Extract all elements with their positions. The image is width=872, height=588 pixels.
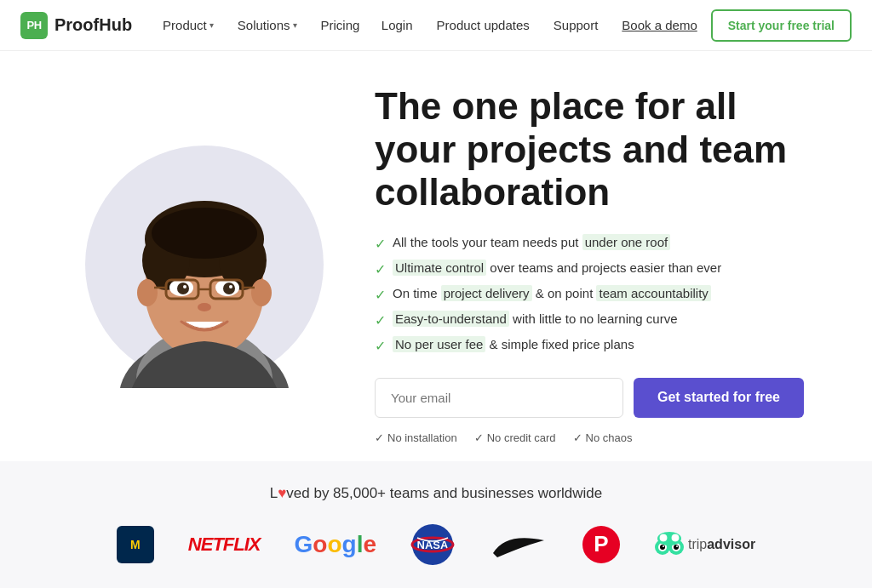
logo-google: Google — [295, 531, 376, 558]
email-input[interactable] — [375, 378, 623, 418]
check-icon: ✓ — [375, 236, 386, 252]
nav-item-product[interactable]: Product ▾ — [152, 11, 224, 39]
feature-list: ✓ All the tools your team needs put unde… — [375, 235, 804, 354]
nike-swoosh-svg — [489, 528, 548, 562]
social-proof-section: L♥ved by 85,000+ teams and businesses wo… — [0, 461, 872, 588]
check-icon: ✓ — [573, 431, 582, 444]
start-trial-button[interactable]: Start your free trial — [711, 9, 852, 42]
no-cc-row: ✓ No installation ✓ No credit card ✓ No … — [375, 431, 804, 444]
no-credit-card-label: ✓ No credit card — [474, 431, 556, 444]
check-icon: ✓ — [375, 312, 386, 328]
loved-text: L♥ved by 85,000+ teams and businesses wo… — [34, 485, 838, 502]
hero-avatar — [81, 141, 328, 388]
logo-tripadvisor: tripadvisor — [654, 532, 755, 557]
heart-icon: ♥ — [278, 485, 286, 501]
hero-image-area — [68, 141, 341, 388]
chevron-down-icon: ▾ — [209, 20, 214, 30]
proofhub-logo-text: ProofHub — [54, 15, 132, 35]
svg-point-31 — [674, 545, 679, 550]
svg-point-16 — [229, 285, 232, 288]
hero-content: The one place for all your projects and … — [341, 85, 804, 444]
no-installation-label: ✓ No installation — [375, 431, 457, 444]
navbar: PH ProofHub Product ▾ Solutions ▾ Pricin… — [0, 0, 872, 51]
hero-title: The one place for all your projects and … — [375, 85, 804, 214]
nav-item-pricing[interactable]: Pricing — [311, 11, 370, 39]
nasa-svg: NASA — [410, 522, 455, 567]
hero-section: The one place for all your projects and … — [0, 51, 872, 461]
logo-netflix: NETFLIX — [188, 534, 261, 556]
email-form-row: Get started for free — [375, 378, 804, 418]
svg-point-35 — [659, 534, 668, 542]
check-icon: ✓ — [474, 431, 484, 444]
nav-login-link[interactable]: Login — [371, 11, 423, 39]
nav-right: Login Product updates Support Book a dem… — [371, 9, 852, 42]
logo-nasa: NASA — [410, 522, 455, 567]
svg-point-32 — [663, 545, 664, 547]
svg-point-9 — [137, 279, 158, 306]
check-icon: ✓ — [375, 287, 386, 303]
tripadvisor-owl-icon — [654, 532, 685, 557]
list-item: ✓ No per user fee & simple fixed price p… — [375, 337, 804, 354]
logo-pinterest: P — [582, 526, 620, 563]
logos-row: M NETFLIX Google NASA — [34, 522, 838, 567]
svg-point-14 — [223, 283, 235, 294]
check-icon: ✓ — [375, 338, 386, 354]
svg-point-13 — [177, 283, 189, 294]
logo-nike — [489, 528, 548, 562]
svg-point-22 — [198, 303, 211, 311]
nav-book-demo-link[interactable]: Book a demo — [611, 11, 707, 39]
svg-point-36 — [671, 534, 680, 542]
nav-product-updates-link[interactable]: Product updates — [427, 11, 540, 39]
list-item: ✓ On time project delivery & on point te… — [375, 286, 804, 303]
svg-point-8 — [152, 208, 257, 259]
svg-point-10 — [251, 279, 272, 306]
list-item: ✓ All the tools your team needs put unde… — [375, 235, 804, 252]
check-icon: ✓ — [375, 261, 386, 277]
svg-point-15 — [183, 285, 186, 288]
list-item: ✓ Easy-to-understand with little to no l… — [375, 311, 804, 328]
logo-area[interactable]: PH ProofHub — [20, 12, 132, 39]
chevron-down-icon: ▾ — [293, 20, 297, 30]
check-icon: ✓ — [375, 431, 384, 444]
nav-item-solutions[interactable]: Solutions ▾ — [227, 11, 307, 39]
list-item: ✓ Ultimate control over teams and projec… — [375, 260, 804, 277]
proofhub-logo-icon: PH — [20, 12, 48, 39]
svg-point-30 — [660, 545, 665, 550]
svg-point-33 — [676, 545, 678, 547]
nav-support-link[interactable]: Support — [543, 11, 609, 39]
nav-links: Product ▾ Solutions ▾ Pricing — [152, 11, 371, 39]
no-chaos-label: ✓ No chaos — [573, 431, 633, 444]
get-started-button[interactable]: Get started for free — [634, 378, 804, 418]
logo-michigan: M — [117, 526, 154, 563]
